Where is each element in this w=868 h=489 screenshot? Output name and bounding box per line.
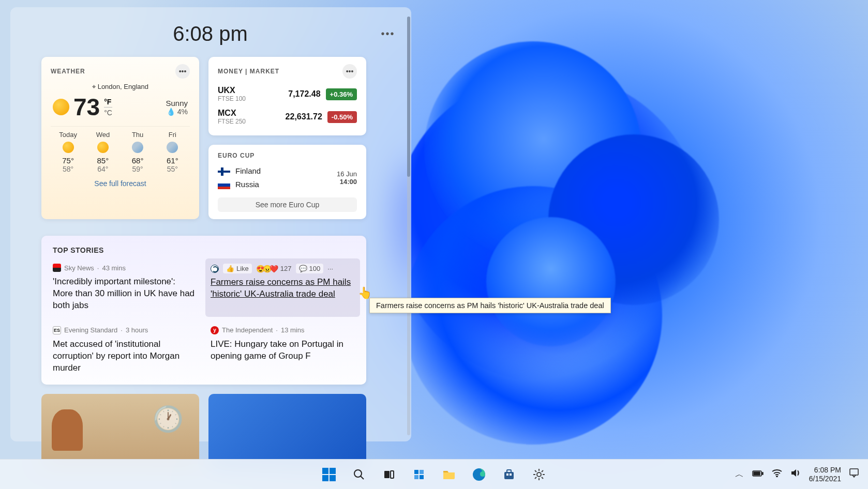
news-tile[interactable] bbox=[41, 394, 199, 466]
story-age: 13 mins bbox=[281, 326, 305, 334]
weather-title: WEATHER bbox=[51, 68, 85, 75]
svg-rect-6 bbox=[414, 475, 418, 479]
source-icon-evening-standard: ES bbox=[53, 326, 61, 334]
svg-rect-18 bbox=[850, 469, 858, 475]
forecast-row: Today 75° 58° Wed 85° 64° Thu 68° 59° bbox=[51, 126, 190, 173]
svg-point-13 bbox=[537, 472, 541, 477]
story-item[interactable]: ES Evening Standard · 3 hours Met accuse… bbox=[53, 326, 197, 374]
folder-icon bbox=[442, 469, 456, 480]
svg-rect-4 bbox=[414, 470, 418, 474]
team-row: Finland bbox=[218, 164, 261, 178]
money-more-icon[interactable]: ••• bbox=[342, 64, 357, 79]
task-view-icon bbox=[383, 468, 395, 481]
weather-precip: 💧 4% bbox=[166, 108, 188, 116]
edge-button[interactable] bbox=[468, 463, 490, 486]
story-age: 43 mins bbox=[102, 264, 126, 272]
task-view-button[interactable] bbox=[378, 463, 400, 486]
like-button[interactable]: 👍 Like bbox=[223, 264, 252, 273]
svg-rect-16 bbox=[754, 472, 760, 475]
forecast-lo: 58° bbox=[51, 165, 85, 173]
comments-button[interactable]: 💬 100 bbox=[296, 264, 324, 273]
search-icon bbox=[353, 468, 365, 481]
taskbar-date: 6/15/2021 bbox=[809, 475, 841, 483]
search-button[interactable] bbox=[348, 463, 370, 486]
file-explorer-button[interactable] bbox=[438, 463, 460, 486]
see-full-forecast-link[interactable]: See full forecast bbox=[51, 179, 190, 188]
story-headline: Farmers raise concerns as PM hails 'hist… bbox=[211, 277, 355, 300]
story-headline: 'Incredibly important milestone': More t… bbox=[53, 276, 197, 312]
money-widget[interactable]: MONEY | MARKET ••• UKX FTSE 100 7,172.48… bbox=[208, 57, 366, 135]
team-name: Finland bbox=[235, 166, 261, 175]
story-item[interactable]: y The Independent · 13 mins LIVE: Hungar… bbox=[211, 326, 355, 374]
store-icon bbox=[503, 468, 515, 481]
weather-location: London, England bbox=[51, 83, 190, 91]
widgets-panel: 6:08 pm ••• WEATHER ••• London, England … bbox=[10, 7, 411, 441]
sun-icon bbox=[53, 99, 69, 115]
forecast-hi: 61° bbox=[155, 156, 190, 165]
widgets-button[interactable] bbox=[408, 463, 430, 486]
market-symbol: UKX bbox=[218, 86, 246, 95]
svg-point-0 bbox=[354, 470, 362, 477]
top-stories-widget: TOP STORIES Sky News · 43 mins 'Incredib… bbox=[41, 236, 366, 385]
svg-line-1 bbox=[361, 476, 364, 479]
temp-unit-toggle[interactable]: °F °C bbox=[104, 98, 112, 117]
panel-more-icon[interactable]: ••• bbox=[379, 25, 397, 42]
settings-button[interactable] bbox=[528, 463, 550, 486]
forecast-hi: 75° bbox=[51, 156, 85, 165]
forecast-lo: 55° bbox=[155, 165, 190, 173]
market-value: 22,631.72 bbox=[286, 112, 322, 121]
forecast-day[interactable]: Wed 85° 64° bbox=[85, 131, 120, 173]
market-subtitle: FTSE 250 bbox=[218, 118, 246, 125]
forecast-lo: 59° bbox=[121, 165, 155, 173]
forecast-day[interactable]: Thu 68° 59° bbox=[121, 131, 155, 173]
team-row: Russia bbox=[218, 178, 261, 191]
forecast-hi: 85° bbox=[85, 156, 120, 165]
weather-more-icon[interactable]: ••• bbox=[175, 64, 190, 79]
flag-russia-icon bbox=[218, 181, 230, 189]
scrollbar-thumb[interactable] bbox=[407, 17, 410, 177]
market-row[interactable]: MCX FTSE 250 22,631.72 -0.50% bbox=[218, 105, 357, 128]
svg-point-17 bbox=[776, 476, 777, 477]
see-more-euro-link[interactable]: See more Euro Cup bbox=[218, 197, 357, 212]
store-button[interactable] bbox=[498, 463, 520, 486]
market-change-badge: -0.50% bbox=[327, 111, 357, 123]
start-button[interactable] bbox=[318, 463, 340, 486]
volume-icon[interactable] bbox=[790, 468, 801, 480]
source-icon-skynews bbox=[53, 264, 61, 272]
sun-icon bbox=[97, 142, 109, 153]
taskbar-time: 6:08 PM bbox=[809, 466, 841, 475]
flag-finland-icon bbox=[218, 167, 230, 176]
market-subtitle: FTSE 100 bbox=[218, 95, 246, 102]
story-more-icon[interactable]: ··· bbox=[327, 265, 333, 272]
panel-time: 6:08 pm bbox=[41, 22, 379, 45]
battery-icon[interactable] bbox=[752, 469, 764, 480]
tooltip: Farmers raise concerns as PM hails 'hist… bbox=[369, 298, 611, 313]
market-row[interactable]: UKX FTSE 100 7,172.48 +0.36% bbox=[218, 83, 357, 105]
rain-icon bbox=[167, 142, 178, 153]
news-tile[interactable] bbox=[208, 394, 366, 466]
forecast-day[interactable]: Fri 61° 55° bbox=[155, 131, 190, 173]
sun-icon bbox=[63, 142, 74, 153]
reactions-icon[interactable]: 😍😠❤️ bbox=[256, 265, 276, 273]
forecast-day[interactable]: Today 75° 58° bbox=[51, 131, 85, 173]
story-source: Sky News bbox=[64, 264, 94, 272]
wifi-icon[interactable] bbox=[772, 469, 782, 480]
reaction-count: 127 bbox=[280, 265, 292, 272]
svg-rect-2 bbox=[384, 471, 390, 478]
gear-icon bbox=[532, 468, 546, 481]
euro-cup-widget[interactable]: EURO CUP Finland Russia 16 Jun 14:00 See… bbox=[208, 145, 366, 219]
weather-widget[interactable]: WEATHER ••• London, England 73 °F °C Sun… bbox=[41, 57, 199, 219]
story-item[interactable]: Sky News · 43 mins 'Incredibly important… bbox=[53, 264, 197, 312]
unit-f[interactable]: °F bbox=[104, 98, 112, 108]
forecast-day-label: Fri bbox=[155, 131, 190, 139]
forecast-hi: 68° bbox=[121, 156, 155, 165]
forecast-day-label: Thu bbox=[121, 131, 155, 139]
unit-c[interactable]: °C bbox=[104, 109, 112, 117]
market-value: 7,172.48 bbox=[288, 89, 320, 99]
chevron-up-icon[interactable]: ︿ bbox=[735, 468, 744, 480]
notifications-icon[interactable] bbox=[849, 468, 859, 480]
taskbar-clock[interactable]: 6:08 PM 6/15/2021 bbox=[809, 466, 841, 483]
story-item-hovered[interactable]: 👍 Like 😍😠❤️ 127 💬 100 ··· Farmers raise … bbox=[205, 258, 360, 317]
svg-rect-12 bbox=[510, 473, 512, 476]
svg-rect-3 bbox=[391, 471, 394, 478]
